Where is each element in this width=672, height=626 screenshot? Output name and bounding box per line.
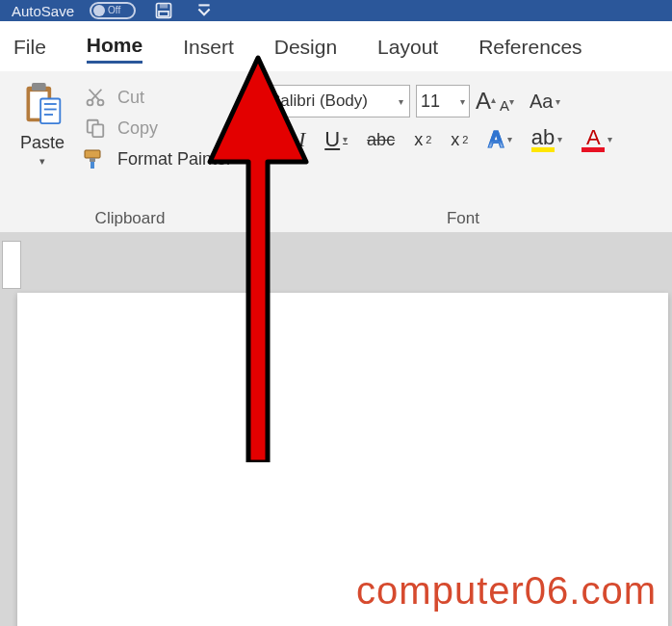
- svg-rect-7: [40, 99, 60, 124]
- chevron-down-icon: ▾: [399, 96, 403, 107]
- subscript-x: x: [414, 131, 423, 148]
- copy-button[interactable]: Copy: [83, 117, 232, 139]
- text-effects-button[interactable]: A ▾: [487, 128, 511, 151]
- watermark-text: computer06.com: [356, 569, 657, 613]
- chevron-down-icon: ▾: [556, 96, 560, 107]
- cut-label: Cut: [117, 88, 144, 108]
- underline-button[interactable]: U ▾: [324, 129, 348, 150]
- underline-label: U: [324, 129, 340, 150]
- svg-rect-19: [90, 162, 94, 169]
- svg-rect-16: [92, 124, 103, 137]
- highlight-color-swatch: [531, 147, 555, 152]
- font-color-swatch: [582, 147, 605, 152]
- svg-rect-2: [159, 12, 168, 16]
- grow-font-label: A: [476, 88, 491, 114]
- font-name-select[interactable]: Calibri (Body) ▾: [262, 85, 410, 117]
- change-case-button[interactable]: Aa ▾: [530, 91, 559, 113]
- autosave-toggle[interactable]: Off: [90, 2, 136, 19]
- strikethrough-button[interactable]: abc: [367, 131, 395, 148]
- bold-button[interactable]: B: [264, 129, 279, 150]
- titlebar: AutoSave Off: [0, 0, 672, 21]
- paste-dropdown-icon[interactable]: ▾: [39, 155, 45, 168]
- svg-rect-1: [160, 4, 168, 9]
- chevron-down-icon: ▾: [460, 96, 465, 107]
- strikethrough-label: abc: [367, 131, 395, 148]
- paste-icon: [21, 81, 64, 131]
- superscript-2: 2: [462, 135, 468, 145]
- font-color-label: A: [586, 127, 601, 148]
- svg-line-14: [90, 90, 100, 100]
- ribbon: Paste ▾ Cut Copy: [0, 71, 672, 233]
- ribbon-tabs: File Home Insert Design Layout Reference…: [0, 21, 672, 71]
- superscript-x: x: [451, 131, 459, 148]
- chevron-down-icon: ▾: [343, 135, 348, 144]
- chevron-down-icon: ▾: [507, 135, 512, 144]
- font-group-label: Font: [262, 205, 664, 228]
- font-color-button[interactable]: A ▾: [582, 127, 612, 152]
- document-area: [0, 233, 672, 626]
- text-effects-label: A: [487, 128, 504, 151]
- paste-label: Paste: [20, 133, 65, 153]
- font-name-value: Calibri (Body): [269, 91, 368, 111]
- autosave-label: AutoSave: [12, 3, 74, 19]
- shrink-font-button[interactable]: A▾: [500, 96, 514, 115]
- font-size-value: 11: [421, 91, 440, 112]
- italic-button[interactable]: I: [298, 129, 305, 150]
- superscript-button[interactable]: x2: [451, 131, 468, 148]
- grow-font-button[interactable]: A▴: [476, 88, 496, 115]
- chevron-down-icon: ▾: [607, 135, 612, 144]
- shrink-font-label: A: [500, 97, 509, 114]
- tab-references[interactable]: References: [478, 32, 582, 63]
- tab-layout[interactable]: Layout: [377, 32, 438, 63]
- caret-up-icon: ▴: [491, 94, 496, 105]
- save-icon[interactable]: [151, 2, 176, 19]
- autosave-state: Off: [108, 6, 120, 15]
- tab-home[interactable]: Home: [87, 30, 142, 64]
- group-font: Calibri (Body) ▾ 11 ▾ A▴ A▾ Aa ▾ B I: [254, 77, 672, 232]
- clipboard-group-label: Clipboard: [13, 205, 246, 228]
- chevron-down-icon: ▾: [557, 135, 562, 144]
- tab-file[interactable]: File: [13, 32, 46, 63]
- cut-button[interactable]: Cut: [83, 87, 232, 108]
- svg-rect-5: [32, 83, 46, 91]
- copy-icon: [83, 117, 108, 139]
- group-clipboard: Paste ▾ Cut Copy: [6, 77, 254, 232]
- subscript-2: 2: [426, 135, 431, 145]
- caret-down-icon: ▾: [509, 96, 514, 107]
- change-case-label: Aa: [530, 91, 553, 113]
- tab-insert[interactable]: Insert: [183, 32, 234, 63]
- paintbrush-icon: [83, 148, 108, 170]
- tab-design[interactable]: Design: [274, 32, 337, 63]
- svg-rect-17: [85, 150, 100, 158]
- vertical-ruler: [2, 241, 21, 289]
- qat-dropdown-icon[interactable]: [192, 2, 217, 19]
- scissors-icon: [83, 87, 108, 108]
- subscript-button[interactable]: x2: [414, 131, 431, 148]
- highlight-button[interactable]: ab ▾: [531, 127, 562, 152]
- format-painter-label: Format Painter: [117, 149, 232, 170]
- format-painter-button[interactable]: Format Painter: [83, 148, 232, 170]
- font-size-select[interactable]: 11 ▾: [416, 85, 470, 117]
- highlight-label: ab: [531, 127, 555, 148]
- svg-rect-18: [90, 158, 95, 162]
- paste-button[interactable]: Paste ▾: [13, 81, 71, 170]
- svg-line-13: [91, 90, 102, 100]
- copy-label: Copy: [117, 118, 158, 139]
- autosave-knob: [93, 5, 105, 16]
